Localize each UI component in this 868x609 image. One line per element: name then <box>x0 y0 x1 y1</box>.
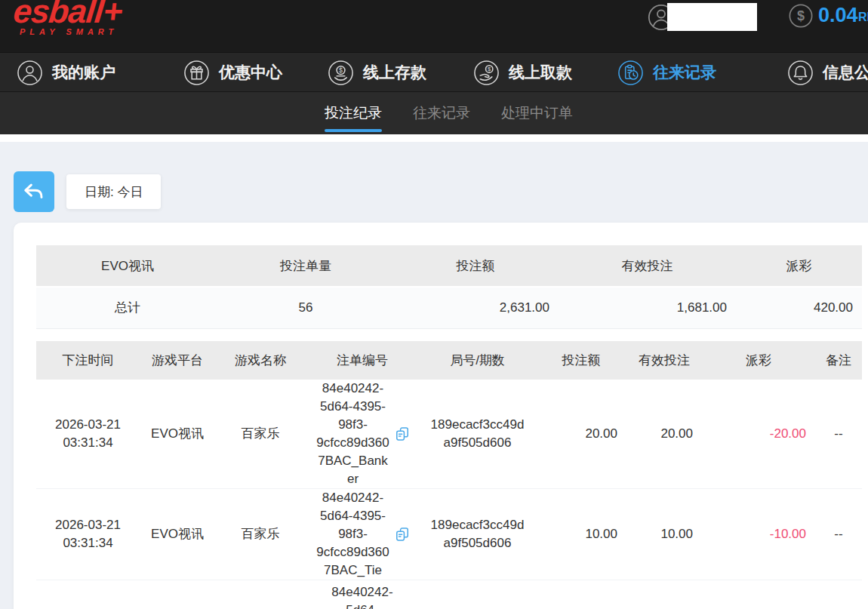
divider <box>0 134 868 142</box>
clipboard-clock-icon <box>617 60 644 86</box>
bet-id-text: 84e40242-5d64-4395-98f3-9cfcc89d3607BAC_… <box>315 489 392 580</box>
column-header-platform: 游戏平台 <box>140 341 215 380</box>
nav-label: 线上取款 <box>509 62 572 83</box>
cell-valid-bet: 1,681.00 <box>559 287 736 328</box>
cell-round-id: 189ecacf3cc49da9f505d606 <box>419 489 536 580</box>
brand-logo-text: esball+ <box>11 0 123 29</box>
cell-bet-amount: 2,631.00 <box>392 287 559 328</box>
cell-bet-id: 84e40242-5d64-4395-98f3-9cfcc89d3607BAC_… <box>306 380 419 489</box>
gift-icon <box>183 60 210 86</box>
column-header-bet-id: 注单编号 <box>306 341 419 380</box>
cell-bet-count: 56 <box>219 287 392 328</box>
sub-tab-bar: 投注纪录 往来记录 处理中订单 <box>0 92 868 134</box>
cell-round-id <box>419 580 536 609</box>
dollar-circle-icon: $ <box>788 3 814 29</box>
summary-table: EVO视讯 投注单量 投注额 有效投注 派彩 总计 56 2,631.00 1,… <box>36 245 862 329</box>
column-header-bet-amount: 投注额 <box>536 341 626 380</box>
column-header-round-id: 局号/期数 <box>419 341 536 380</box>
date-filter[interactable]: 日期: 今日 <box>66 174 161 209</box>
content-card: EVO视讯 投注单量 投注额 有效投注 派彩 总计 56 2,631.00 1,… <box>14 223 868 609</box>
column-header-payout: 派彩 <box>702 341 815 380</box>
cell-platform: EVO视讯 <box>140 380 215 489</box>
deposit-coin-icon: $ <box>328 60 354 86</box>
back-arrow-icon <box>19 177 49 207</box>
back-button[interactable] <box>14 171 54 212</box>
cell-round-id: 189ecacf3cc49da9f505d606 <box>419 380 536 489</box>
cell-total-label: 总计 <box>36 287 219 328</box>
nav-item-promotions[interactable]: 优惠中心 <box>183 53 282 92</box>
tab-bet-records[interactable]: 投注纪录 <box>325 92 382 134</box>
cell-platform <box>140 580 215 609</box>
table-row: 2026-03-21 03:31:34 EVO视讯 百家乐 84e40242-5… <box>36 489 862 580</box>
svg-text:$: $ <box>339 66 343 74</box>
cell-payout: -10.00 <box>702 489 815 580</box>
cell-payout <box>702 580 815 609</box>
cell-payout: 420.00 <box>736 287 862 328</box>
tab-transaction-records[interactable]: 往来记录 <box>413 92 470 134</box>
copy-icon[interactable] <box>394 526 411 543</box>
betting-records-page: esball+ PLAY SMART $ 0.04 RMB <box>0 0 868 609</box>
table-row: 2026-03-21 03:31:34 EVO视讯 百家乐 84e40242-5… <box>36 380 862 489</box>
cell-bet-amount: 20.00 <box>536 380 626 489</box>
balance-amount[interactable]: 0.04 <box>818 4 858 27</box>
bet-records-table: 下注时间 游戏平台 游戏名称 注单编号 局号/期数 投注额 有效投注 派彩 备注… <box>36 341 862 609</box>
svg-text:$: $ <box>797 8 805 23</box>
username-redacted <box>667 3 757 31</box>
summary-total-row: 总计 56 2,631.00 1,681.00 420.00 <box>36 287 862 328</box>
top-header: esball+ PLAY SMART $ 0.04 RMB <box>0 0 868 53</box>
nav-label: 我的账户 <box>52 62 115 83</box>
cell-remark: -- <box>815 489 862 580</box>
tab-pending-orders[interactable]: 处理中订单 <box>501 92 573 134</box>
column-header-bet-time: 下注时间 <box>36 341 140 380</box>
cell-bet-time: 2026-03-21 03:31:34 <box>36 380 140 489</box>
cell-game-name: 百家乐 <box>215 489 306 580</box>
cell-payout: -20.00 <box>702 380 815 489</box>
nav-item-my-account[interactable]: 我的账户 <box>17 53 115 92</box>
column-header-remark: 备注 <box>815 341 862 380</box>
nav-item-withdraw[interactable]: $ 线上取款 <box>473 53 572 92</box>
cell-bet-amount: 10.00 <box>536 489 626 580</box>
nav-item-announcements[interactable]: 信息公告 <box>787 53 868 92</box>
balance-currency: RMB <box>858 11 868 24</box>
withdraw-hand-icon: $ <box>473 60 500 86</box>
cell-bet-time: 2026-03-21 03:31:34 <box>36 489 140 580</box>
column-header-valid-bet: 有效投注 <box>559 245 736 287</box>
nav-label: 线上存款 <box>363 62 426 83</box>
user-icon <box>17 60 43 86</box>
main-nav: 我的账户 优惠中心 $ <box>0 53 868 92</box>
cell-bet-amount <box>536 580 626 609</box>
cell-valid-bet <box>626 580 702 609</box>
cell-bet-id: 84e40242-5d64- <box>306 580 419 609</box>
bell-icon <box>787 60 814 86</box>
nav-item-transaction-records[interactable]: 往来记录 <box>617 53 716 92</box>
table-row: 84e40242-5d64- <box>36 580 862 609</box>
summary-header-row: EVO视讯 投注单量 投注额 有效投注 派彩 <box>36 245 862 287</box>
bet-id-text: 84e40242-5d64- <box>324 583 401 609</box>
column-header-valid-bet: 有效投注 <box>626 341 702 380</box>
bet-id-text: 84e40242-5d64-4395-98f3-9cfcc89d3607BAC_… <box>315 380 392 488</box>
cell-game-name: 百家乐 <box>215 380 306 489</box>
column-header-bet-amount: 投注额 <box>392 245 559 287</box>
nav-item-deposit[interactable]: $ 线上存款 <box>328 53 426 92</box>
cell-remark <box>815 580 862 609</box>
bet-table-header-row: 下注时间 游戏平台 游戏名称 注单编号 局号/期数 投注额 有效投注 派彩 备注 <box>36 341 862 380</box>
nav-label: 优惠中心 <box>219 62 282 83</box>
cell-game-name <box>215 580 306 609</box>
cell-valid-bet: 10.00 <box>626 489 702 580</box>
page-content: 日期: 今日 EVO视讯 投注单量 投注额 有效投注 派彩 <box>0 142 868 609</box>
column-header-game-name: 游戏名称 <box>215 341 306 380</box>
column-header-bet-count: 投注单量 <box>219 245 392 287</box>
cell-bet-id: 84e40242-5d64-4395-98f3-9cfcc89d3607BAC_… <box>306 489 419 580</box>
nav-label: 信息公告 <box>823 62 868 83</box>
cell-bet-time <box>36 580 140 609</box>
column-header-payout: 派彩 <box>736 245 862 287</box>
cell-platform: EVO视讯 <box>140 489 215 580</box>
cell-remark: -- <box>815 380 862 489</box>
nav-label: 往来记录 <box>653 62 716 83</box>
svg-text:$: $ <box>488 66 491 72</box>
copy-icon[interactable] <box>394 426 411 442</box>
brand-logo[interactable]: esball+ PLAY SMART <box>14 0 122 36</box>
cell-valid-bet: 20.00 <box>626 380 702 489</box>
column-header-provider: EVO视讯 <box>36 245 219 287</box>
